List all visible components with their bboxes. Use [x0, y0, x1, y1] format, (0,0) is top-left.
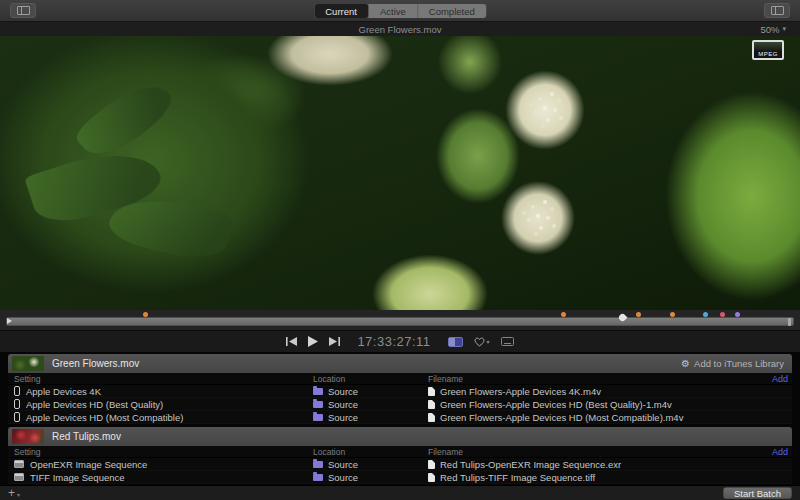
filename-cell[interactable]: Green Flowers-Apple Devices 4K.m4v [428, 386, 758, 397]
setting-row[interactable]: Apple Devices 4K Source Green Flowers-Ap… [8, 385, 792, 398]
job-header[interactable]: Green Flowers.mov ⚙ Add to iTunes Librar… [8, 354, 792, 373]
setting-row[interactable]: Apple Devices HD (Best Quality) Source G… [8, 398, 792, 411]
marker-menu-button[interactable]: ▾ [474, 337, 490, 347]
job-action-label: Add to iTunes Library [694, 358, 784, 369]
start-batch-button[interactable]: Start Batch [723, 487, 792, 499]
footer-bar: + ▾ Start Batch [0, 485, 800, 500]
flower-detail [543, 106, 547, 110]
right-panel-toggle-button[interactable] [764, 3, 790, 18]
toolbar: Current Active Completed [0, 0, 800, 22]
play-button[interactable] [308, 336, 318, 347]
preview-titlebar: Green Flowers.mov 50% ▾ [0, 22, 800, 36]
batch-view-segmented-control: Current Active Completed [314, 4, 486, 18]
column-header-filename: Filename [428, 447, 758, 457]
tab-active[interactable]: Active [369, 4, 418, 18]
filename-cell[interactable]: Green Flowers-Apple Devices HD (Most Com… [428, 412, 758, 423]
table-header: Setting Location Filename Add [8, 373, 792, 385]
setting-row[interactable]: OpenEXR Image Sequence Source Red Tulips… [8, 458, 792, 471]
folder-icon [313, 461, 323, 468]
location-cell[interactable]: Source [313, 399, 428, 410]
column-header-location: Location [313, 374, 428, 384]
file-format-badge: MPEG [752, 40, 784, 60]
chevron-down-icon: ▾ [782, 25, 786, 33]
filename-cell[interactable]: Red Tulips-OpenEXR Image Sequence.exr [428, 459, 758, 470]
zoom-level-dropdown[interactable]: 50% ▾ [760, 22, 786, 36]
setting-cell[interactable]: Apple Devices HD (Best Quality) [8, 399, 313, 410]
setting-row[interactable]: Apple Devices HD (Most Compatible) Sourc… [8, 411, 792, 424]
tab-completed[interactable]: Completed [418, 4, 486, 18]
timeline[interactable] [0, 310, 800, 330]
setting-rows: OpenEXR Image Sequence Source Red Tulips… [8, 458, 792, 484]
timeline-marker[interactable] [735, 312, 740, 317]
timeline-marker[interactable] [143, 312, 148, 317]
gear-icon: ⚙ [681, 359, 690, 369]
folder-icon [313, 414, 323, 421]
location-cell[interactable]: Source [313, 386, 428, 397]
document-icon [428, 460, 435, 469]
document-icon [428, 387, 435, 396]
table-header: Setting Location Filename Add [8, 446, 792, 458]
image-sequence-icon [14, 473, 24, 481]
job-thumbnail [12, 356, 44, 371]
document-icon [428, 473, 435, 482]
filename-cell[interactable]: Red Tulips-TIFF Image Sequence.tiff [428, 472, 758, 483]
chevron-down-icon: ▾ [17, 491, 20, 498]
device-icon [14, 386, 20, 396]
filename-cell[interactable]: Green Flowers-Apple Devices HD (Best Qua… [428, 399, 758, 410]
plus-icon: + [8, 487, 15, 499]
image-sequence-icon [14, 460, 24, 468]
next-frame-button[interactable] [329, 337, 340, 346]
zoom-level-value: 50% [760, 24, 779, 35]
job-action-button[interactable]: ⚙ Add to iTunes Library [681, 358, 784, 369]
heart-icon [474, 337, 485, 347]
column-header-setting: Setting [8, 447, 313, 457]
setting-cell[interactable]: Apple Devices HD (Most Compatible) [8, 412, 313, 423]
playhead-icon[interactable] [7, 318, 12, 324]
location-cell[interactable]: Source [313, 412, 428, 423]
setting-cell[interactable]: Apple Devices 4K [8, 386, 313, 397]
location-cell[interactable]: Source [313, 472, 428, 483]
column-header-location: Location [313, 447, 428, 457]
tab-current[interactable]: Current [314, 4, 369, 18]
video-preview[interactable]: MPEG [0, 36, 800, 310]
folder-icon [313, 388, 323, 395]
add-job-button[interactable]: + ▾ [8, 487, 20, 499]
timeline-end-cap [788, 318, 791, 326]
setting-rows: Apple Devices 4K Source Green Flowers-Ap… [8, 385, 792, 424]
job-name: Red Tulips.mov [52, 431, 784, 442]
column-header-setting: Setting [8, 374, 313, 384]
document-icon [428, 413, 435, 422]
add-setting-link[interactable]: Add [758, 374, 792, 384]
batch-job: Green Flowers.mov ⚙ Add to iTunes Librar… [8, 354, 792, 424]
previous-frame-button[interactable] [286, 337, 297, 346]
document-icon [428, 400, 435, 409]
job-thumbnail [12, 429, 44, 444]
setting-cell[interactable]: TIFF Image Sequence [8, 472, 313, 483]
job-header[interactable]: Red Tulips.mov ⚙ [8, 427, 792, 446]
batch-job: Red Tulips.mov ⚙ Setting Location Filena… [8, 427, 792, 484]
folder-icon [313, 474, 323, 481]
setting-cell[interactable]: OpenEXR Image Sequence [8, 459, 313, 470]
job-name: Green Flowers.mov [52, 358, 673, 369]
add-setting-link[interactable]: Add [758, 447, 792, 457]
timeline-marker[interactable] [703, 312, 708, 317]
compressor-window: Current Active Completed Green Flowers.m… [0, 0, 800, 500]
column-header-filename: Filename [428, 374, 758, 384]
transport-controls: 17:33:27:11 ▾ [0, 330, 800, 352]
device-icon [14, 399, 20, 409]
location-cell[interactable]: Source [313, 459, 428, 470]
timeline-marker[interactable] [670, 312, 675, 317]
timecode-display: 17:33:27:11 [357, 334, 430, 349]
preview-title: Green Flowers.mov [359, 24, 442, 35]
left-panel-toggle-button[interactable] [10, 3, 36, 18]
compare-icon[interactable] [448, 337, 463, 347]
setting-row[interactable]: TIFF Image Sequence Source Red Tulips-TI… [8, 471, 792, 484]
chevron-down-icon: ▾ [487, 338, 490, 345]
batch-list: Green Flowers.mov ⚙ Add to iTunes Librar… [0, 352, 800, 485]
flower-detail [536, 214, 540, 218]
inspector-icon [771, 6, 784, 15]
scrubber-bar[interactable] [6, 317, 794, 326]
succulent-leaf [72, 68, 177, 169]
display-icon[interactable] [501, 337, 514, 346]
folder-icon [313, 401, 323, 408]
